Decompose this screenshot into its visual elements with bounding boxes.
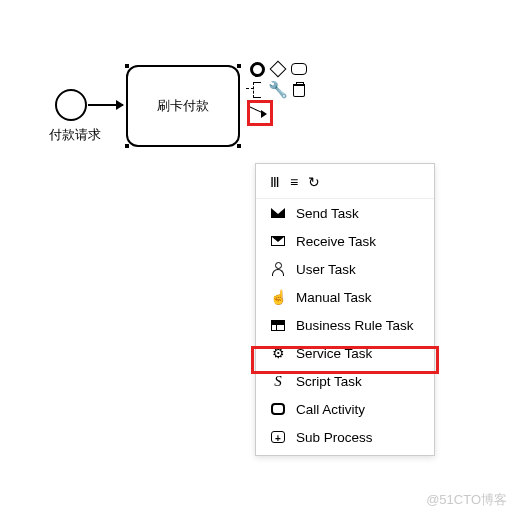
call-activity-icon — [270, 401, 286, 417]
table-icon — [270, 317, 286, 333]
diagram-canvas[interactable]: 付款请求 刷卡付款 🔧 Ⅲ ≡ ↻ Send Ta — [0, 0, 513, 513]
sequence-flow-arrow[interactable] — [88, 104, 123, 106]
annotation-icon[interactable] — [248, 81, 266, 99]
watermark: @51CTO博客 — [426, 491, 507, 509]
type-menu: Ⅲ ≡ ↻ Send Task Receive Task User Task ☝… — [255, 163, 435, 456]
menu-item-user-task[interactable]: User Task — [256, 255, 434, 283]
menu-header: Ⅲ ≡ ↻ — [256, 168, 434, 199]
menu-item-script-task[interactable]: S Script Task — [256, 367, 434, 395]
menu-item-label: Manual Task — [296, 290, 372, 305]
menu-item-label: Sub Process — [296, 430, 373, 445]
menu-item-service-task[interactable]: ⚙ Service Task — [256, 339, 434, 367]
end-event-icon[interactable] — [248, 60, 266, 78]
task-node[interactable]: 刷卡付款 — [126, 65, 240, 147]
menu-item-label: Receive Task — [296, 234, 376, 249]
menu-item-send-task[interactable]: Send Task — [256, 199, 434, 227]
selection-handle[interactable] — [125, 144, 129, 148]
start-event-label: 付款请求 — [40, 126, 110, 144]
gear-icon: ⚙ — [270, 345, 286, 361]
menu-item-manual-task[interactable]: ☝ Manual Task — [256, 283, 434, 311]
script-icon: S — [270, 373, 286, 389]
menu-item-label: Call Activity — [296, 402, 365, 417]
start-event[interactable] — [55, 89, 87, 121]
highlight-wrench — [247, 100, 273, 126]
selection-handle[interactable] — [237, 64, 241, 68]
parallel-marker-icon[interactable]: Ⅲ — [270, 174, 280, 190]
menu-item-sub-process[interactable]: Sub Process — [256, 423, 434, 451]
sequential-marker-icon[interactable]: ≡ — [290, 174, 298, 190]
menu-item-call-activity[interactable]: Call Activity — [256, 395, 434, 423]
menu-item-receive-task[interactable]: Receive Task — [256, 227, 434, 255]
sub-process-icon — [270, 429, 286, 445]
selection-handle[interactable] — [237, 144, 241, 148]
wrench-icon[interactable]: 🔧 — [269, 81, 287, 99]
menu-item-label: Service Task — [296, 346, 372, 361]
gateway-icon[interactable] — [269, 60, 287, 78]
loop-marker-icon[interactable]: ↻ — [308, 174, 320, 190]
trash-icon[interactable] — [290, 81, 308, 99]
task-shape-icon[interactable] — [290, 60, 308, 78]
hand-icon: ☝ — [270, 289, 286, 305]
task-label: 刷卡付款 — [157, 97, 209, 115]
menu-item-label: Script Task — [296, 374, 362, 389]
selection-handle[interactable] — [125, 64, 129, 68]
mail-filled-icon — [270, 205, 286, 221]
menu-item-label: Business Rule Task — [296, 318, 414, 333]
user-icon — [270, 261, 286, 277]
mail-outline-icon — [270, 233, 286, 249]
menu-item-label: User Task — [296, 262, 356, 277]
menu-item-business-rule-task[interactable]: Business Rule Task — [256, 311, 434, 339]
menu-item-label: Send Task — [296, 206, 359, 221]
